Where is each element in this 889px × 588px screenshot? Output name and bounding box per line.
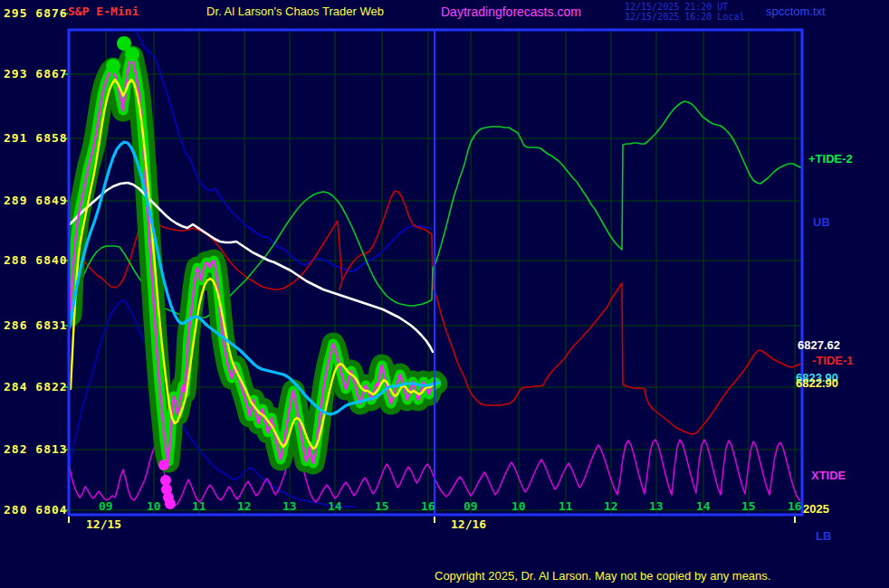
price-top-dots — [125, 47, 139, 62]
hour-label: 15 — [741, 499, 756, 513]
hour-label: 11 — [192, 499, 206, 513]
price-chart-svg — [0, 0, 889, 588]
site-link: Daytradingforecasts.com — [441, 5, 581, 19]
y-axis-label: 289 6849 — [4, 194, 68, 207]
series-plus-tide-2 — [70, 101, 802, 318]
hour-label: 16 — [788, 499, 802, 513]
hour-label: 10 — [147, 499, 161, 513]
y-axis-label: 295 6876 — [4, 6, 68, 20]
hour-label: 11 — [559, 499, 573, 513]
right-label-minus-tide-1: -TIDE-1 — [812, 354, 854, 367]
right-label-white-ma-value: 6827.62 — [798, 338, 840, 352]
date-label-day2: 12/16 — [451, 518, 486, 531]
right-label-lower-band: LB — [816, 529, 831, 543]
right-label-xtide: XTIDE — [811, 469, 846, 482]
right-label-upper-band: UB — [813, 215, 830, 229]
y-axis-label: 284 6822 — [4, 380, 68, 394]
y-axis-label: 288 6840 — [4, 253, 68, 267]
price-top-dots — [106, 59, 120, 73]
hour-label: 12 — [604, 499, 618, 513]
series-upper-band — [136, 30, 433, 271]
timestamp-ut: 12/15/2025 21:20 UT — [625, 2, 728, 12]
hour-label: 09 — [464, 499, 478, 513]
y-axis-label: 282 6813 — [4, 442, 68, 456]
y-axis-label: 280 6804 — [4, 503, 68, 517]
date-label-day1: 12/15 — [86, 518, 121, 531]
timestamp-local: 12/15/2025 16:20 Local — [625, 12, 744, 22]
right-label-last-price: 6822.90 — [796, 376, 838, 390]
footer-copyright: Copyright 2025, Dr. Al Larson. May not b… — [435, 570, 770, 583]
y-axis-label: 291 6858 — [4, 131, 68, 145]
hour-label: 16 — [421, 499, 435, 513]
right-label-year: 2025 — [803, 502, 829, 516]
series-white-ma — [70, 183, 433, 352]
hour-label: 09 — [99, 499, 113, 513]
hour-label: 10 — [511, 499, 526, 513]
right-label-plus-tide-2: +TIDE-2 — [808, 152, 853, 166]
hour-label: 15 — [375, 499, 389, 513]
data-file-label: spcctom.txt — [766, 5, 826, 18]
sell-signal-dots — [158, 460, 169, 470]
y-axis-label: 286 6831 — [4, 318, 68, 332]
hour-label: 12 — [237, 499, 252, 513]
page-title: Dr. Al Larson's Chaos Trader Web — [206, 5, 384, 18]
chaos-trader-chart-page: S&P E-Mini Dr. Al Larson's Chaos Trader … — [0, 0, 889, 588]
hour-label: 13 — [282, 499, 297, 513]
hour-label: 14 — [696, 499, 711, 513]
symbol-label: S&P E-Mini — [68, 5, 139, 18]
hour-label: 14 — [328, 499, 342, 513]
sell-signal-dots — [165, 498, 176, 509]
y-axis-label: 293 6867 — [4, 67, 68, 81]
hour-label: 13 — [649, 499, 664, 513]
